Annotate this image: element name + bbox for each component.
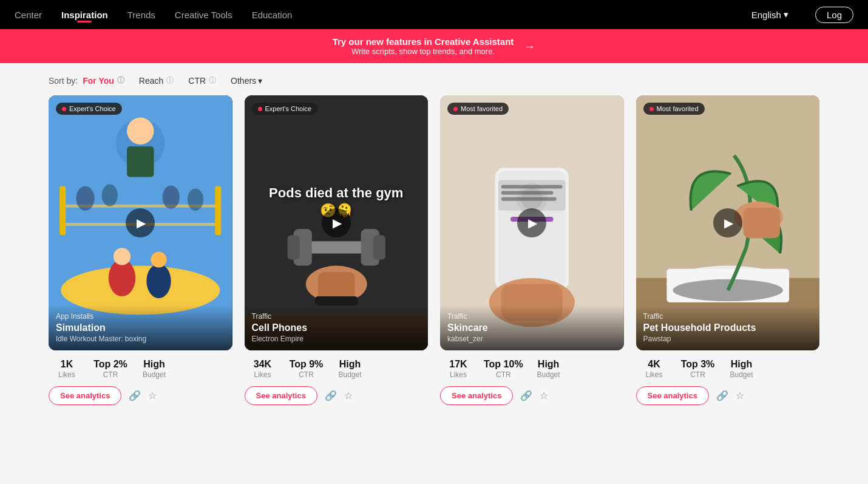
card-2-link-button[interactable]: 🔗 [325,390,337,401]
card-4-video[interactable]: Most favorited ▶ Traffic Pet Household P… [636,95,820,350]
play-icon-3: ▶ [528,216,537,230]
card-1-category: App Installs [56,312,225,321]
card-3-analytics-button[interactable]: See analytics [440,386,513,405]
card-2-name: Cell Phones [252,322,421,333]
card-2-budget-label: Budget [338,370,361,379]
cards-grid: Expert's Choice ▶ App Installs Simulatio… [0,95,868,410]
play-icon-2: ▶ [333,216,342,230]
chevron-down-icon: ▾ [784,9,788,20]
nav-item-creative-tools[interactable]: Creative Tools [175,10,232,20]
card-2-ctr-label: CTR [299,370,314,379]
for-you-help-icon[interactable]: ⓘ [117,75,124,86]
nav-item-trends[interactable]: Trends [127,10,155,20]
card-1-analytics-button[interactable]: See analytics [49,386,121,405]
svg-point-10 [76,186,94,211]
card-1-ctr-label: CTR [103,370,118,379]
badge-dot-3-icon [453,107,458,111]
card-3-budget-label: Budget [537,370,560,379]
badge-dot-icon [62,107,66,111]
card-3-play-button[interactable]: ▶ [517,208,546,237]
language-selector[interactable]: English ▾ [751,9,788,20]
card-4-star-button[interactable]: ☆ [736,390,744,401]
login-button[interactable]: Log [815,7,853,23]
card-1-sub: Idle Workout Master: boxing [56,335,225,343]
card-3-name: Skincare [447,322,617,333]
card-4-actions: See analytics 🔗 ☆ [636,384,820,410]
card-3-ctr-label: CTR [496,370,511,379]
card-3-actions: See analytics 🔗 ☆ [440,384,624,410]
sort-bar: Sort by: For You ⓘ Reach ⓘ CTR ⓘ Others [0,63,868,95]
card-3-star-button[interactable]: ☆ [540,390,548,401]
card-1-video[interactable]: Expert's Choice ▶ App Installs Simulatio… [49,95,232,350]
card-3-likes-value: 17K [449,359,467,370]
card-1-likes-value: 1K [61,359,73,370]
star-icon-2: ☆ [344,390,353,401]
link-icon-2: 🔗 [325,390,337,401]
card-2-analytics-button[interactable]: See analytics [245,386,317,405]
svg-point-11 [102,184,118,206]
card-1-badge: Expert's Choice [56,103,122,115]
card-4-link-button[interactable]: 🔗 [716,390,728,401]
nav-item-inspiration[interactable]: Inspiration [61,10,108,20]
card-4-category: Traffic [643,312,813,321]
ctr-help-icon[interactable]: ⓘ [209,75,216,86]
svg-point-8 [146,264,171,298]
card-4-name: Pet Household Products [643,322,813,333]
promo-banner[interactable]: Try our new features in Creative Assista… [0,29,868,63]
reach-help-icon[interactable]: ⓘ [166,75,174,86]
card-2-sub: Electron Empire [252,335,421,343]
svg-rect-18 [305,241,367,253]
star-icon-3: ☆ [540,390,548,401]
sort-others-dropdown[interactable]: Others [231,76,262,86]
card-4-analytics-button[interactable]: See analytics [636,386,709,405]
card-4-budget-value: High [731,359,753,370]
card-1-link-button[interactable]: 🔗 [129,390,141,401]
card-1-play-button[interactable]: ▶ [126,208,155,237]
svg-rect-35 [501,191,554,195]
card-4-play-button[interactable]: ▶ [713,208,742,237]
navigation: Center Inspiration Trends Creative Tools… [0,0,868,29]
nav-item-education[interactable]: Education [252,10,293,20]
card-2-badge: Expert's Choice [252,103,318,115]
sort-reach[interactable]: Reach ⓘ [139,75,174,86]
card-2: Expert's Choice Pods died at the gym🤨🫠 ▶… [245,95,429,410]
card-2-budget-value: High [339,359,361,370]
card-4-likes-value: 4K [648,359,660,370]
nav-item-center[interactable]: Center [15,10,42,20]
card-3-sub: kabset_zer [447,335,617,343]
svg-point-13 [188,189,203,211]
badge-dot-2-icon [258,107,262,111]
card-3-category: Traffic [447,312,617,321]
card-3: Most favorited ▶ Traffic Skincare kabset… [440,95,624,410]
card-4-likes-label: Likes [645,370,662,379]
card-4-badge: Most favorited [643,103,705,115]
card-4-ctr-label: CTR [690,370,705,379]
card-2-category: Traffic [252,312,421,321]
svg-point-44 [673,279,783,301]
card-4: Most favorited ▶ Traffic Pet Household P… [636,95,820,410]
svg-rect-5 [215,186,221,236]
card-1-ctr-value: Top 2% [93,359,127,370]
svg-point-15 [127,118,154,145]
sort-for-you[interactable]: For You ⓘ [83,75,124,86]
svg-point-12 [163,185,180,208]
card-1-stats: 1K Likes Top 2% CTR High Budget [49,350,232,384]
card-2-actions: See analytics 🔗 ☆ [245,384,429,410]
card-1-budget-value: High [143,359,165,370]
card-3-video[interactable]: Most favorited ▶ Traffic Skincare kabset… [440,95,624,350]
card-1-name: Simulation [56,322,225,333]
play-icon: ▶ [137,216,146,230]
card-2-ctr-value: Top 9% [290,359,324,370]
svg-point-9 [151,251,166,267]
card-4-sub: Pawstap [643,335,813,343]
card-4-footer: Traffic Pet Household Products Pawstap [636,305,820,350]
card-2-video[interactable]: Expert's Choice Pods died at the gym🤨🫠 ▶… [245,95,429,350]
card-1: Expert's Choice ▶ App Installs Simulatio… [49,95,232,410]
card-1-star-button[interactable]: ☆ [148,390,157,401]
card-2-play-button[interactable]: ▶ [322,208,351,237]
sort-ctr[interactable]: CTR ⓘ [188,75,216,86]
card-3-link-button[interactable]: 🔗 [520,390,532,401]
card-3-badge: Most favorited [447,103,509,115]
card-2-star-button[interactable]: ☆ [344,390,353,401]
card-3-budget-value: High [538,359,560,370]
